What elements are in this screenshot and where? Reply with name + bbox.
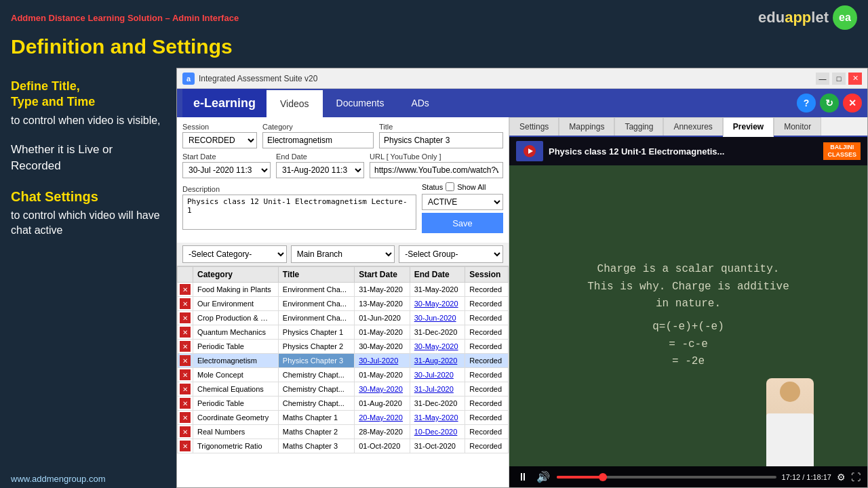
cell-title: Environment Cha... xyxy=(278,311,354,325)
cell-category: Real Numbers xyxy=(193,425,279,439)
close-button[interactable]: ✕ xyxy=(848,73,862,85)
delete-row-button[interactable]: ✕ xyxy=(180,426,191,437)
category-filter[interactable]: -Select Category- xyxy=(182,245,287,263)
delete-row-button[interactable]: ✕ xyxy=(180,312,191,323)
cell-title: Chemistry Chapt... xyxy=(278,382,354,396)
status-select[interactable]: ACTIVE INACTIVE xyxy=(422,194,503,210)
show-all-label: Show All xyxy=(457,183,486,191)
table-row[interactable]: ✕Periodic TableChemistry Chapt...01-Aug-… xyxy=(178,396,509,411)
tab-mappings[interactable]: Mappings xyxy=(559,117,614,136)
tab-documents[interactable]: Documents xyxy=(323,89,398,117)
cell-session: Recorded xyxy=(465,382,509,396)
video-thumb-small xyxy=(516,141,543,161)
table-row[interactable]: ✕Chemical EquationsChemistry Chapt...30-… xyxy=(178,382,509,396)
tab-annexures[interactable]: Annexures xyxy=(663,117,722,136)
table-row[interactable]: ✕Quantum MechanicsPhysics Chapter 101-Ma… xyxy=(178,325,509,340)
cell-start-date: 13-May-2020 xyxy=(355,297,410,311)
delete-row-button[interactable]: ✕ xyxy=(180,327,191,338)
category-input[interactable] xyxy=(262,132,374,148)
nav-close-button[interactable]: ✕ xyxy=(843,94,862,113)
delete-row-button[interactable]: ✕ xyxy=(180,298,191,309)
fullscreen-button[interactable]: ⛶ xyxy=(851,472,861,483)
start-date-select[interactable]: 30-Jul -2020 11:3 xyxy=(182,162,271,178)
title-group: Title xyxy=(379,123,503,148)
delete-row-button[interactable]: ✕ xyxy=(180,369,191,380)
cell-title: Chemistry Chapt... xyxy=(278,396,354,411)
right-panel: Settings Mappings Tagging Annexures Prev… xyxy=(509,117,867,487)
col-delete xyxy=(178,267,193,283)
table-row[interactable]: ✕Mole ConceptChemistry Chapt...01-May-20… xyxy=(178,368,509,382)
session-select[interactable]: RECORDED LIVE xyxy=(182,132,257,148)
cell-end-date: 31-Dec-2020 xyxy=(410,325,465,340)
video-controls: ⏸ 🔊 17:12 / 1:18:17 ⚙ ⛶ xyxy=(509,466,867,487)
help-button[interactable]: ? xyxy=(797,94,816,113)
cell-start-date: 01-May-2020 xyxy=(355,368,410,382)
video-header: Physics class 12 Unit-1 Electromagnetis.… xyxy=(509,137,867,165)
tab-videos[interactable]: Videos xyxy=(267,89,323,117)
table-row[interactable]: ✕Crop Production & MgmtEnvironment Cha..… xyxy=(178,311,509,325)
app-nav: e-Learning Videos Documents ADs ? ↻ ✕ xyxy=(177,89,867,117)
category-label: Category xyxy=(262,123,374,131)
tab-ads[interactable]: ADs xyxy=(397,89,442,117)
tab-tagging[interactable]: Tagging xyxy=(614,117,663,136)
refresh-button[interactable]: ↻ xyxy=(820,94,839,113)
group-filter[interactable]: -Select Group- xyxy=(399,245,503,263)
chalk-content: Charge is a scalar quantity. This is why… xyxy=(587,261,789,371)
cell-session: Recorded xyxy=(465,325,509,340)
minimize-button[interactable]: — xyxy=(816,73,829,85)
time-display: 17:12 / 1:18:17 xyxy=(782,473,831,481)
tab-preview[interactable]: Preview xyxy=(723,117,774,137)
table-row[interactable]: ✕ElectromagnetismPhysics Chapter 330-Jul… xyxy=(178,354,509,368)
delete-row-button[interactable]: ✕ xyxy=(180,398,191,409)
form-panel: Session RECORDED LIVE Category Title xyxy=(177,117,509,487)
col-start-date: Start Date xyxy=(355,267,410,283)
table-row[interactable]: ✕Food Making in PlantsEnvironment Cha...… xyxy=(178,283,509,297)
cell-start-date: 01-Aug-2020 xyxy=(355,396,410,411)
cell-category: Electromagnetism xyxy=(193,354,279,368)
window-controls: — □ ✕ xyxy=(816,73,862,85)
table-row[interactable]: ✕Trigonometric RatioMaths Chapter 301-Oc… xyxy=(178,439,509,453)
window-title-left: a Integrated Assessment Suite v20 xyxy=(182,73,317,85)
delete-row-button[interactable]: ✕ xyxy=(180,441,191,451)
branch-filter[interactable]: Main Branch xyxy=(291,245,395,263)
sidebar-section-3: Chat Settings to control which video wil… xyxy=(11,188,165,239)
table-row[interactable]: ✕Our EnvironmentEnvironment Cha...13-May… xyxy=(178,297,509,311)
cell-session: Recorded xyxy=(465,411,509,425)
show-all-checkbox[interactable] xyxy=(446,182,454,191)
nav-right: ? ↻ ✕ xyxy=(797,94,862,113)
sidebar-normal-3: to control which video will have chat ac… xyxy=(11,208,165,239)
table-row[interactable]: ✕Real NumbersMaths Chapter 228-May-20201… xyxy=(178,425,509,439)
tab-monitor[interactable]: Monitor xyxy=(774,117,821,136)
settings-icon-button[interactable]: ⚙ xyxy=(837,472,846,483)
desc-textarea[interactable]: Physics class 12 Unit-1 Electromagnetism… xyxy=(182,195,416,230)
progress-bar[interactable] xyxy=(557,476,776,479)
cell-end-date: 31-Dec-2020 xyxy=(410,396,465,411)
volume-button[interactable]: 🔊 xyxy=(535,470,551,483)
delete-row-button[interactable]: ✕ xyxy=(180,412,191,423)
cell-start-date: 31-May-2020 xyxy=(355,283,410,297)
video-main: Charge is a scalar quantity. This is why… xyxy=(509,165,867,466)
delete-row-button[interactable]: ✕ xyxy=(180,384,191,394)
maximize-button[interactable]: □ xyxy=(832,73,846,85)
play-pause-button[interactable]: ⏸ xyxy=(516,471,530,483)
cell-start-date: 01-May-2020 xyxy=(355,325,410,340)
tab-settings[interactable]: Settings xyxy=(509,117,559,136)
table-row[interactable]: ✕Coordinate GeometryMaths Chapter 120-Ma… xyxy=(178,411,509,425)
cell-session: Recorded xyxy=(465,368,509,382)
category-group: Category xyxy=(262,123,374,148)
cell-start-date: 30-May-2020 xyxy=(355,340,410,354)
form-row-1: Session RECORDED LIVE Category Title xyxy=(182,123,503,148)
table-row[interactable]: ✕Periodic TablePhysics Chapter 230-May-2… xyxy=(178,340,509,354)
cell-title: Environment Cha... xyxy=(278,283,354,297)
title-input[interactable] xyxy=(379,132,503,148)
delete-row-button[interactable]: ✕ xyxy=(180,341,191,352)
delete-row-button[interactable]: ✕ xyxy=(180,284,191,295)
website-url: www.addmengroup.com xyxy=(11,474,105,484)
end-date-select[interactable]: 31-Aug-2020 11:3 xyxy=(276,162,364,178)
url-input[interactable] xyxy=(370,162,503,178)
app-window: a Integrated Assessment Suite v20 — □ ✕ … xyxy=(176,68,868,488)
save-button[interactable]: Save xyxy=(422,213,503,233)
cell-category: Quantum Mechanics xyxy=(193,325,279,340)
page-title-area: Definition and Settings xyxy=(0,33,868,64)
delete-row-button[interactable]: ✕ xyxy=(180,355,191,366)
